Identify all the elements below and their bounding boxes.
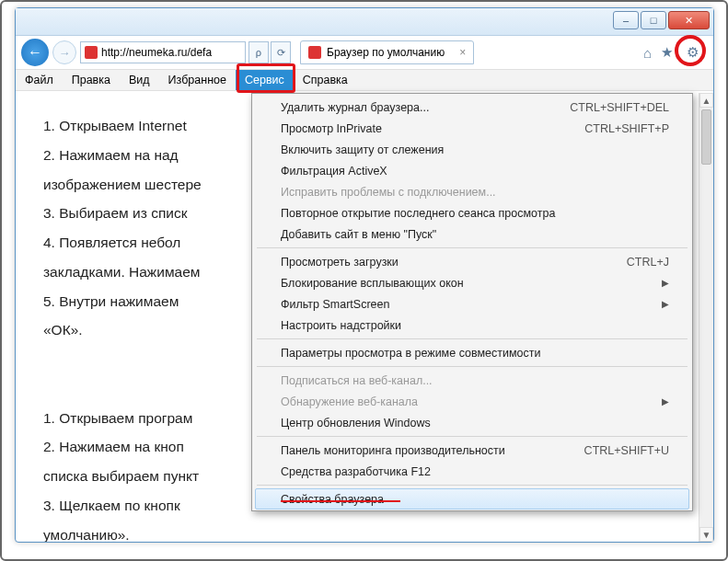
tab-favicon	[308, 46, 321, 59]
menu-item-label: Панель мониторинга производительности	[281, 444, 505, 457]
menu-item-label: Добавить сайт в меню "Пуск"	[281, 228, 436, 241]
content-line: умолчанию».	[43, 521, 671, 542]
menu-shortcut: CTRL+SHIFT+U	[584, 444, 669, 457]
submenu-arrow-icon: ▶	[662, 299, 669, 309]
menu-item[interactable]: Добавить сайт в меню "Пуск"	[255, 223, 689, 245]
menu-item[interactable]: Свойства браузера	[255, 488, 689, 509]
search-toggle[interactable]: ρ	[248, 41, 269, 63]
menu-item[interactable]: Фильтрация ActiveX	[255, 160, 689, 181]
favorites-star-icon[interactable]: ★	[661, 44, 673, 61]
menu-item: Подписаться на веб-канал...	[255, 370, 689, 391]
back-button[interactable]: ←	[21, 39, 49, 66]
scroll-thumb[interactable]	[701, 109, 711, 165]
menu-вид[interactable]: Вид	[120, 70, 159, 90]
menu-сервис[interactable]: Сервис	[236, 70, 294, 90]
close-button[interactable]: ✕	[668, 11, 710, 29]
menu-item[interactable]: Настроить надстройки	[255, 315, 689, 336]
menu-separator	[257, 366, 688, 367]
address-url: http://neumeka.ru/defa	[101, 46, 212, 59]
vertical-scrollbar[interactable]: ▲ ▼	[699, 93, 713, 542]
menu-item[interactable]: Фильтр SmartScreen▶	[255, 293, 689, 315]
menu-item-label: Параметры просмотра в режиме совместимос…	[281, 347, 541, 360]
home-icon[interactable]: ⌂	[643, 45, 652, 61]
menu-item[interactable]: Параметры просмотра в режиме совместимос…	[255, 342, 689, 363]
menu-item-label: Исправить проблемы с подключением...	[281, 186, 496, 199]
menu-избранное[interactable]: Избранное	[159, 70, 236, 90]
menu-item[interactable]: Средства разработчика F12	[255, 461, 689, 482]
menubar: ФайлПравкаВидИзбранноеСервисСправка	[16, 69, 713, 91]
menu-separator	[257, 247, 688, 248]
menu-shortcut: CTRL+SHIFT+DEL	[570, 101, 669, 114]
menu-item[interactable]: Блокирование всплывающих окон▶	[255, 272, 689, 293]
menu-item-label: Включить защиту от слежения	[281, 143, 444, 156]
menu-item[interactable]: Удалить журнал браузера...CTRL+SHIFT+DEL	[255, 97, 689, 118]
menu-item-label: Средства разработчика F12	[281, 465, 431, 478]
forward-button[interactable]: →	[52, 40, 76, 64]
menu-item: Исправить проблемы с подключением...	[255, 181, 689, 202]
menu-item-label: Повторное открытие последнего сеанса про…	[281, 207, 555, 220]
tools-dropdown-menu: Удалить журнал браузера...CTRL+SHIFT+DEL…	[251, 93, 693, 511]
submenu-arrow-icon: ▶	[662, 278, 669, 288]
menu-item[interactable]: Включить защиту от слежения	[255, 139, 689, 160]
scroll-down-arrow[interactable]: ▼	[699, 527, 713, 542]
tab-title: Браузер по умолчанию	[327, 46, 445, 59]
menu-item[interactable]: Панель мониторинга производительностиCTR…	[255, 440, 689, 461]
titlebar: – □ ✕	[16, 8, 713, 36]
menu-item-label: Свойства браузера	[281, 493, 384, 506]
scroll-up-arrow[interactable]: ▲	[699, 93, 713, 108]
menu-item-label: Фильтрация ActiveX	[281, 165, 387, 177]
highlight-underline	[281, 500, 400, 502]
maximize-button[interactable]: □	[641, 11, 666, 29]
menu-separator	[257, 436, 688, 437]
address-bar[interactable]: http://neumeka.ru/defa	[80, 41, 246, 63]
menu-item-label: Удалить журнал браузера...	[281, 101, 429, 114]
submenu-arrow-icon: ▶	[662, 396, 669, 406]
browser-tab[interactable]: Браузер по умолчанию ×	[300, 40, 474, 64]
menu-item-label: Просмотреть загрузки	[281, 256, 399, 269]
menu-item-label: Настроить надстройки	[281, 319, 401, 332]
menu-файл[interactable]: Файл	[16, 70, 63, 90]
menu-правка[interactable]: Правка	[63, 70, 120, 90]
site-favicon	[85, 46, 98, 59]
menu-item: Обнаружение веб-канала▶	[255, 391, 689, 412]
menu-item[interactable]: Повторное открытие последнего сеанса про…	[255, 202, 689, 223]
menu-item-label: Фильтр SmartScreen	[281, 298, 389, 311]
menu-item-label: Подписаться на веб-канал...	[281, 374, 433, 387]
menu-item-label: Обнаружение веб-канала	[281, 395, 418, 408]
menu-item-label: Блокирование всплывающих окон	[281, 277, 464, 290]
tab-close-icon[interactable]: ×	[459, 46, 466, 59]
menu-item-label: Просмотр InPrivate	[281, 122, 382, 135]
minimize-button[interactable]: –	[613, 11, 639, 29]
refresh-button[interactable]: ⟳	[271, 41, 291, 63]
menu-separator	[257, 485, 688, 486]
menu-item[interactable]: Центр обновления Windows	[255, 412, 689, 433]
menu-shortcut: CTRL+J	[627, 256, 669, 269]
menu-item[interactable]: Просмотреть загрузкиCTRL+J	[255, 251, 689, 272]
menu-item-label: Центр обновления Windows	[281, 417, 431, 429]
tools-gear-icon[interactable]: ⚙	[682, 42, 702, 63]
navigation-row: ← → http://neumeka.ru/defa ρ ⟳ Браузер п…	[16, 36, 713, 69]
menu-справка[interactable]: Справка	[294, 70, 357, 90]
menu-separator	[257, 338, 688, 339]
menu-shortcut: CTRL+SHIFT+P	[584, 122, 669, 135]
menu-item[interactable]: Просмотр InPrivateCTRL+SHIFT+P	[255, 118, 689, 139]
